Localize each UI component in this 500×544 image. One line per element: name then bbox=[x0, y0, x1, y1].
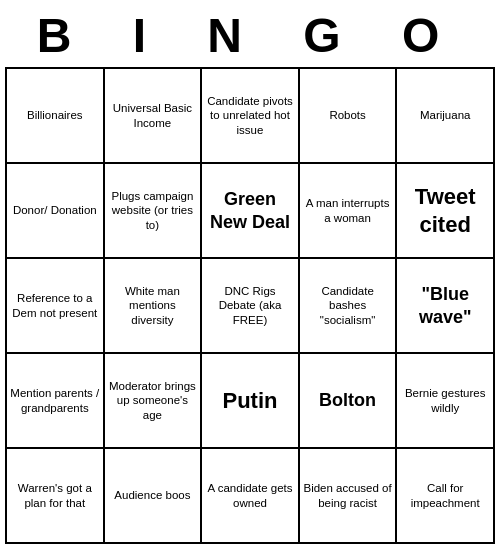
bingo-cell-9: Tweet cited bbox=[397, 164, 495, 259]
bingo-cell-19: Bernie gestures wildly bbox=[397, 354, 495, 449]
bingo-cell-15: Mention parents / grandparents bbox=[7, 354, 105, 449]
bingo-grid: BillionairesUniversal Basic IncomeCandid… bbox=[5, 67, 495, 544]
bingo-cell-5: Donor/ Donation bbox=[7, 164, 105, 259]
bingo-cell-10: Reference to a Dem not present bbox=[7, 259, 105, 354]
bingo-cell-22: A candidate gets owned bbox=[202, 449, 300, 544]
bingo-cell-17: Putin bbox=[202, 354, 300, 449]
bingo-title: B I N G O bbox=[0, 0, 500, 67]
bingo-cell-0: Billionaires bbox=[7, 69, 105, 164]
bingo-cell-12: DNC Rigs Debate (aka FREE) bbox=[202, 259, 300, 354]
bingo-cell-13: Candidate bashes "socialism" bbox=[300, 259, 398, 354]
bingo-cell-4: Marijuana bbox=[397, 69, 495, 164]
bingo-cell-11: White man mentions diversity bbox=[105, 259, 203, 354]
bingo-cell-14: "Blue wave" bbox=[397, 259, 495, 354]
bingo-cell-7: Green New Deal bbox=[202, 164, 300, 259]
bingo-cell-16: Moderator brings up someone's age bbox=[105, 354, 203, 449]
bingo-cell-24: Call for impeachment bbox=[397, 449, 495, 544]
bingo-cell-1: Universal Basic Income bbox=[105, 69, 203, 164]
bingo-cell-6: Plugs campaign website (or tries to) bbox=[105, 164, 203, 259]
bingo-cell-23: Biden accused of being racist bbox=[300, 449, 398, 544]
bingo-cell-3: Robots bbox=[300, 69, 398, 164]
bingo-cell-20: Warren's got a plan for that bbox=[7, 449, 105, 544]
bingo-cell-8: A man interrupts a woman bbox=[300, 164, 398, 259]
bingo-cell-2: Candidate pivots to unrelated hot issue bbox=[202, 69, 300, 164]
bingo-cell-21: Audience boos bbox=[105, 449, 203, 544]
bingo-cell-18: Bolton bbox=[300, 354, 398, 449]
